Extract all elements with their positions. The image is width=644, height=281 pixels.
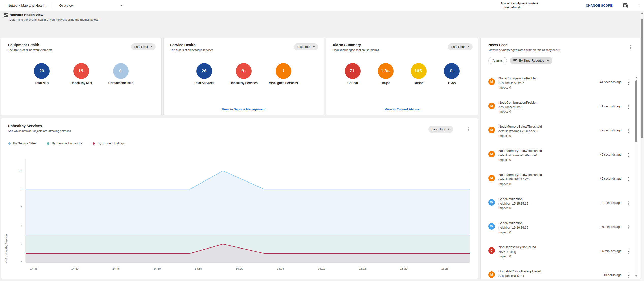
stat-circle-minor[interactable]: 105-	[411, 63, 427, 79]
legend-item-by-tunnel-bindings[interactable]: By Tunnel Bindings	[93, 142, 125, 145]
equipment-stats-row: 20Total NEs19-Unhealthy NEs0-Unreachable…	[1, 63, 161, 85]
alarm-time-filter-dropdown[interactable]: Last Hour	[448, 43, 473, 50]
news-feed-item[interactable]: MNodeMemoryBelowThresholddefault:stthoma…	[488, 125, 640, 149]
stat-circle-misaligned-services[interactable]: 1	[276, 63, 291, 79]
scroll-down-icon[interactable]	[635, 275, 638, 277]
alarm-object: default:stthomas-25-0-node3	[498, 129, 615, 133]
scope-block: Scope of equipment content Entire networ…	[501, 2, 586, 9]
legend-dot	[93, 142, 95, 145]
news-feed-item[interactable]: MBootableConfigBackupFailedAssuranceNFMP…	[488, 269, 640, 279]
alarm-title: NodeMemoryBelowThreshold	[498, 149, 615, 153]
alarm-title: NodeMemoryBelowThreshold	[498, 173, 615, 177]
stat-circle-total-nes[interactable]: 20	[34, 63, 50, 79]
equipment-time-filter-dropdown[interactable]: Last Hour	[131, 43, 156, 50]
stat-label: Critical	[338, 81, 368, 85]
topbar-divider	[53, 2, 53, 9]
view-selector-dropdown[interactable]: Overview	[59, 4, 122, 7]
stat-minor: 105-Minor	[404, 63, 434, 85]
alarm-title: NspLicenseKeyNotFound	[498, 245, 615, 249]
news-feed-scrollbar[interactable]	[635, 76, 638, 278]
news-feed-subtitle: View unacknowledged root cause alarms as…	[488, 48, 634, 52]
alarm-time-filter-label: Last Hour	[451, 45, 465, 49]
dashboard-grid-icon	[4, 13, 8, 17]
x-tick-label: 14:50	[154, 267, 161, 270]
news-feed-item[interactable]: WSendNotificationneighbor=15.15.15.15Imp…	[488, 197, 640, 221]
scroll-up-icon[interactable]	[641, 13, 643, 14]
scroll-up-icon[interactable]	[635, 77, 638, 78]
news-item-kebab-menu[interactable]	[628, 273, 630, 278]
stat-circle-unhealthy-nes[interactable]: 19-	[73, 63, 89, 79]
stat-circle-tcas[interactable]: 0-	[444, 63, 460, 79]
y-tick-label: 0	[21, 261, 22, 264]
stat-trend-indicator: -	[122, 70, 123, 73]
legend-dot	[8, 142, 11, 145]
report-bookmark-icon[interactable]	[623, 3, 629, 8]
legend-label: By Tunnel Bindings	[98, 142, 125, 145]
stat-trend-indicator: -	[422, 70, 423, 73]
stat-label: Total Services	[188, 81, 220, 85]
news-item-kebab-menu[interactable]	[628, 176, 630, 182]
service-time-filter-dropdown[interactable]: Last Hour	[294, 43, 318, 50]
news-feed-item[interactable]: MNodeConfigurationProblemAssuranceMDM-1I…	[488, 101, 640, 125]
network-map-health-screen: Network Map and Health Overview Scope of…	[0, 0, 644, 281]
unhealthy-time-filter-dropdown[interactable]: Last Hour	[428, 126, 453, 133]
alarm-object: NSP Routing	[498, 250, 615, 254]
legend-item-by-service-sites[interactable]: By Service Sites	[8, 142, 36, 145]
news-item-kebab-menu[interactable]	[628, 152, 630, 158]
unhealthy-services-chart: 024681014:3514:4014:4514:5014:5515:0015:…	[10, 156, 473, 273]
stat-circle-major[interactable]: 1.3kΔ	[378, 63, 394, 79]
stat-circle-total-services[interactable]: 26	[196, 63, 212, 79]
x-tick-label: 15:15	[359, 267, 366, 270]
y-tick-label: 10	[19, 169, 22, 172]
alarm-object: AssuranceNFMP-1	[498, 274, 615, 278]
stat-critical: 71-Critical	[338, 63, 368, 85]
news-item-kebab-menu[interactable]	[628, 80, 630, 86]
view-in-service-management-link[interactable]: View in Service Management	[164, 108, 324, 111]
severity-badge-m: M	[488, 78, 495, 85]
news-feed-scrollbar-thumb[interactable]	[635, 80, 637, 142]
topbar-kebab-menu[interactable]	[638, 3, 640, 8]
stat-trend-indicator: -	[453, 70, 453, 73]
stat-value: 9	[241, 69, 244, 74]
y-tick-label: 6	[21, 206, 22, 209]
stat-circle-unhealthy-services[interactable]: 9Δ	[236, 63, 252, 79]
alarm-object: default:192.168.97.225	[498, 178, 615, 181]
chart-y-axis-title: # of Unhealthy Services	[5, 172, 8, 263]
news-item-kebab-menu[interactable]	[628, 200, 630, 206]
sort-by-dropdown[interactable]: By Time Reported	[510, 57, 552, 64]
chevron-down-icon	[120, 5, 122, 6]
severity-badge-m: M	[488, 103, 495, 109]
news-item-kebab-menu[interactable]	[628, 224, 630, 230]
page-scrollbar[interactable]	[640, 11, 644, 281]
stat-trend-indicator: Δ	[389, 70, 391, 73]
alarm-object: neighbor=16.16.16.16	[498, 226, 615, 229]
legend-item-by-service-endpoints[interactable]: By Service Endpoints	[47, 142, 82, 145]
severity-badge-w: W	[488, 199, 495, 206]
news-feed-item[interactable]: WSendNotificationneighbor=16.16.16.16Imp…	[488, 221, 640, 245]
page-scrollbar-thumb[interactable]	[641, 19, 643, 138]
news-item-kebab-menu[interactable]	[628, 128, 630, 134]
y-tick-label: 4	[21, 224, 22, 227]
news-feed-item[interactable]: MNodeMemoryBelowThresholddefault:192.168…	[488, 173, 640, 197]
news-feed-item[interactable]: CNspLicenseKeyNotFoundNSP RoutingImpact:…	[488, 245, 640, 269]
news-feed-item[interactable]: MNodeMemoryBelowThresholddefault:stthoma…	[488, 149, 640, 173]
alarm-timestamp: 41 seconds ago	[600, 80, 621, 84]
news-feed-kebab-menu[interactable]	[629, 44, 631, 50]
alarms-filter-chip[interactable]: Alarms	[488, 57, 507, 64]
stat-circle-critical[interactable]: 71-	[345, 63, 361, 79]
stat-value: 105	[414, 69, 422, 74]
news-feed-list: MNodeConfigurationProblemAssurance-MDM-2…	[481, 76, 640, 279]
news-feed-item[interactable]: MNodeConfigurationProblemAssurance-MDM-2…	[488, 76, 640, 101]
stat-value: 1.3	[381, 69, 387, 74]
equipment-time-filter-label: Last Hour	[134, 45, 148, 49]
stat-trend-indicator: -	[355, 70, 356, 73]
stat-circle-unreachable-nes[interactable]: 0-	[113, 63, 129, 79]
sort-icon	[513, 59, 517, 62]
news-item-kebab-menu[interactable]	[628, 104, 630, 110]
unhealthy-kebab-menu[interactable]	[467, 126, 469, 132]
change-scope-button[interactable]: CHANGE SCOPE	[586, 4, 613, 7]
stat-misaligned-services: 1Misaligned Services	[267, 63, 300, 85]
news-item-kebab-menu[interactable]	[628, 249, 630, 254]
view-in-current-alarms-link[interactable]: View in Current Alarms	[326, 108, 478, 111]
stat-value: 71	[350, 69, 355, 74]
